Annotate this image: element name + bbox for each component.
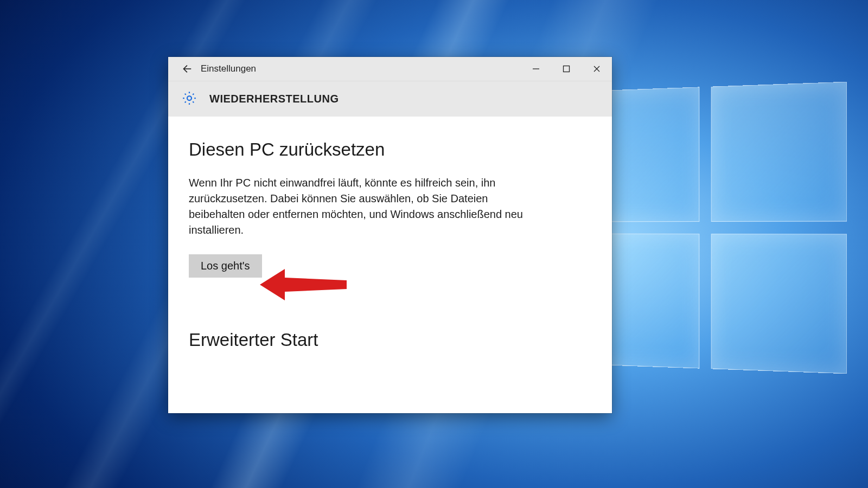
maximize-icon bbox=[563, 65, 570, 73]
section-header: WIEDERHERSTELLUNG bbox=[168, 81, 612, 117]
section-title: WIEDERHERSTELLUNG bbox=[209, 93, 339, 105]
svg-point-1 bbox=[187, 96, 192, 100]
reset-description: Wenn Ihr PC nicht einwandfrei läuft, kön… bbox=[189, 175, 536, 238]
svg-rect-0 bbox=[564, 66, 570, 72]
titlebar: Einstellungen bbox=[168, 57, 612, 81]
window-title: Einstellungen bbox=[201, 63, 521, 74]
settings-window: Einstellungen WIEDERHERSTELLUNG Diesen P… bbox=[168, 57, 612, 413]
back-button[interactable] bbox=[176, 57, 197, 81]
maximize-button[interactable] bbox=[551, 57, 582, 81]
get-started-button[interactable]: Los geht's bbox=[189, 254, 262, 278]
arrow-left-icon bbox=[181, 63, 193, 75]
close-button[interactable] bbox=[582, 57, 612, 81]
reset-heading: Diesen PC zurücksetzen bbox=[189, 139, 591, 160]
content-area: Diesen PC zurücksetzen Wenn Ihr PC nicht… bbox=[168, 117, 612, 350]
windows-logo-icon bbox=[573, 82, 847, 374]
close-icon bbox=[593, 65, 601, 73]
advanced-startup-heading: Erweiterter Start bbox=[189, 330, 591, 350]
minimize-button[interactable] bbox=[521, 57, 551, 81]
minimize-icon bbox=[532, 65, 540, 73]
gear-icon bbox=[181, 90, 197, 108]
